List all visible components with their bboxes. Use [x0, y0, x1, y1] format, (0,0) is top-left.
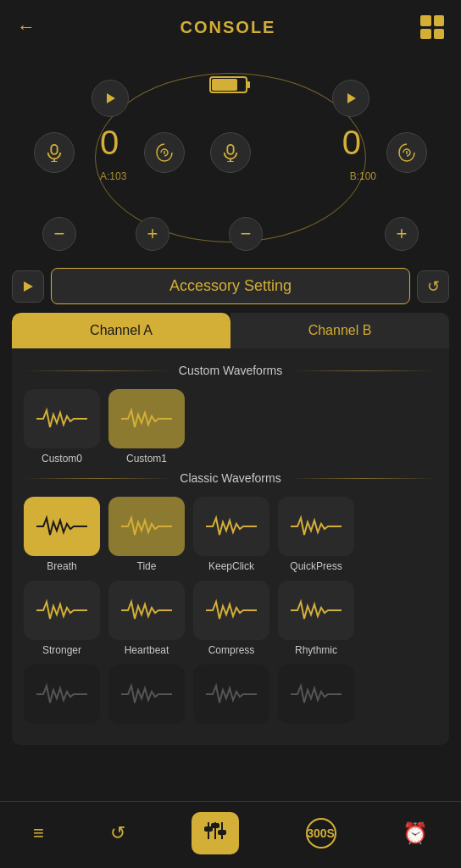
list-item[interactable]: KeepClick [193, 497, 269, 572]
waveform-stronger-label: Stronger [42, 644, 81, 656]
divider-line-left [24, 370, 170, 371]
list-item[interactable] [24, 665, 100, 728]
bottom-navigation: ≡ ↺ 300S ⏰ [0, 801, 461, 868]
minus-b-button[interactable]: − [229, 217, 263, 251]
list-item[interactable]: Compress [193, 581, 269, 656]
list-item[interactable]: Rhythmic [278, 581, 354, 656]
classic-waveforms-grid: Breath Tide KeepClick [24, 497, 437, 728]
control-area: 0 A:103 0 B:100 − + − + [0, 47, 461, 268]
classic-waveforms-title: Classic Waveforms [180, 471, 280, 485]
svg-rect-15 [205, 827, 212, 831]
list-item[interactable]: Breath [24, 497, 100, 572]
waveform-content: Custom Waveforms Custom0 Custom1 Classic [12, 348, 449, 745]
grid-icon[interactable] [420, 15, 444, 39]
waveform-compress-label: Compress [208, 644, 255, 656]
list-item[interactable] [193, 665, 269, 728]
nav-refresh[interactable]: ↺ [110, 822, 125, 844]
waveform-compress-btn[interactable] [193, 581, 269, 640]
waveform-keepclick-btn[interactable] [193, 497, 269, 556]
mic-b-button[interactable] [210, 132, 251, 173]
waveform-empty-3-btn[interactable] [193, 665, 269, 724]
value-a: 0 [100, 124, 119, 162]
tab-channel-b[interactable]: Channel B [230, 313, 449, 348]
minus-a-button[interactable]: − [42, 217, 76, 251]
label-a: A:103 [100, 170, 126, 182]
waveform-custom1-label: Custom1 [126, 453, 167, 465]
fingerprint-a-button[interactable] [144, 132, 185, 173]
svg-marker-0 [107, 93, 115, 103]
waveform-breath-btn[interactable] [24, 497, 100, 556]
page-title: CONSOLE [181, 18, 276, 37]
timer-icon: 300S [306, 818, 336, 849]
divider-line-left2 [24, 478, 171, 479]
waveform-empty-2-btn[interactable] [108, 665, 185, 724]
svg-rect-3 [212, 79, 237, 91]
list-item[interactable]: QuickPress [278, 497, 354, 572]
list-item[interactable]: Custom1 [108, 389, 185, 465]
custom-waveforms-grid: Custom0 Custom1 [24, 389, 437, 465]
waveform-heartbeat-btn[interactable] [108, 581, 185, 640]
svg-rect-17 [219, 831, 225, 834]
svg-marker-4 [347, 93, 356, 103]
custom-waveforms-divider: Custom Waveforms [24, 364, 437, 377]
channel-tabs: Channel A Channel B [12, 313, 449, 348]
equalizer-icon [203, 819, 227, 848]
list-item[interactable]: Custom0 [24, 389, 100, 465]
label-b: B:100 [350, 170, 376, 182]
alarm-icon: ⏰ [403, 821, 428, 845]
divider-line-right2 [290, 478, 437, 479]
plus-b-button[interactable]: + [385, 217, 419, 251]
menu-icon: ≡ [33, 822, 44, 844]
custom-waveforms-title: Custom Waveforms [179, 364, 282, 377]
back-button[interactable]: ← [17, 16, 36, 38]
play-b-button[interactable] [332, 80, 369, 117]
svg-rect-8 [227, 145, 233, 154]
svg-rect-2 [247, 81, 250, 88]
waveform-breath-label: Breath [47, 560, 76, 572]
tab-channel-a[interactable]: Channel A [12, 313, 230, 348]
svg-rect-5 [51, 145, 57, 154]
waveform-empty-1-btn[interactable] [24, 665, 100, 724]
waveform-empty-4-btn[interactable] [278, 665, 354, 724]
waveform-quickpress-btn[interactable] [278, 497, 354, 556]
waveform-custom1-btn[interactable] [108, 389, 185, 448]
list-item[interactable]: Heartbeat [108, 581, 185, 656]
nav-alarm[interactable]: ⏰ [403, 821, 428, 845]
refresh-button[interactable]: ↺ [417, 270, 449, 303]
waveform-custom0-btn[interactable] [24, 389, 100, 448]
accessory-label: Accessory Setting [51, 268, 410, 304]
mic-a-button[interactable] [34, 132, 75, 173]
waveform-custom0-label: Custom0 [42, 453, 82, 465]
waveform-quickpress-label: QuickPress [290, 560, 342, 572]
fingerprint-b-button[interactable] [386, 132, 427, 173]
waveform-stronger-btn[interactable] [24, 581, 100, 640]
header: ← CONSOLE [0, 0, 461, 47]
svg-marker-11 [24, 281, 33, 292]
waveform-rhythmic-btn[interactable] [278, 581, 354, 640]
list-item[interactable]: Stronger [24, 581, 100, 656]
list-item[interactable]: Tide [108, 497, 185, 572]
waveform-tide-label: Tide [137, 560, 157, 572]
accessory-bar: Accessory Setting ↺ [12, 268, 449, 304]
play-button[interactable] [12, 270, 44, 303]
nav-equalizer[interactable] [192, 812, 239, 854]
waveform-rhythmic-label: Rhythmic [295, 644, 337, 656]
list-item[interactable] [278, 665, 354, 728]
nav-menu[interactable]: ≡ [33, 822, 44, 844]
refresh-icon: ↺ [110, 822, 125, 844]
classic-waveforms-divider: Classic Waveforms [24, 471, 437, 485]
play-a-button[interactable] [92, 80, 129, 117]
svg-rect-16 [212, 824, 219, 827]
battery-indicator [209, 73, 252, 97]
divider-line-right [291, 370, 437, 371]
list-item[interactable] [108, 665, 185, 728]
value-b: 0 [342, 124, 361, 162]
waveform-heartbeat-label: Heartbeat [125, 644, 169, 656]
waveform-keepclick-label: KeepClick [208, 560, 254, 572]
battery-icon [209, 73, 252, 97]
nav-timer[interactable]: 300S [306, 818, 336, 849]
waveform-tide-btn[interactable] [108, 497, 185, 556]
plus-a-button[interactable]: + [136, 217, 169, 251]
